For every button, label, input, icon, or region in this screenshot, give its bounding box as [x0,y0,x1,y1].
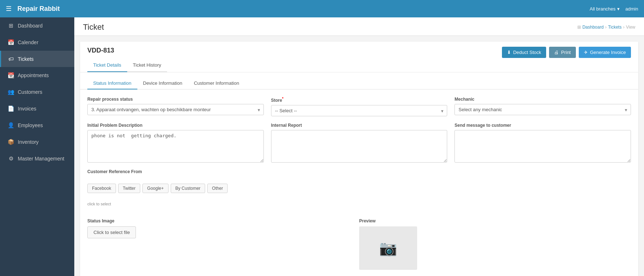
inner-tabs: Status Information Device Information Cu… [80,72,638,89]
store-wrapper: -- Select -- [271,105,448,116]
ticket-card: VDD-813 Ticket Details Ticket History ⬇ … [80,42,638,276]
hamburger-icon[interactable]: ☰ [6,5,12,13]
sidebar-label-customers: Customers [18,89,42,95]
breadcrumb: ⊞ Dashboard › Tickets › View [577,25,635,30]
sidebar-item-invoices[interactable]: 📄Invoices [0,100,74,117]
appointments-icon: 📆 [8,72,14,79]
sidebar-label-tickets: Tickets [18,56,34,62]
ref-googleplus[interactable]: Google+ [142,184,169,193]
page-title-row: Ticket ⊞ Dashboard › Tickets › View [83,22,635,32]
sidebar-item-employees[interactable]: 👤Employees [0,117,74,134]
click-to-select-hint: click to select [87,202,631,206]
status-image-col: Status Image Click to select file [87,218,359,238]
camera-icon: 📷 [379,240,397,257]
form-row-1: Repair process status 1. Ticket aangemaa… [87,97,631,116]
invoice-icon: ✈ [584,50,588,55]
sidebar-label-master: Master Management [18,156,64,162]
breadcrumb-icon: ⊞ [577,25,581,30]
ref-other[interactable]: Other [207,184,228,193]
brand-logo: Repair Rabbit [17,5,60,13]
send-message-textarea[interactable] [454,130,631,163]
inner-tab-status[interactable]: Status Information [87,78,137,89]
repair-status-label: Repair process status [87,97,264,102]
form-row-3: Customer Reference From Facebook Twitter… [87,169,631,206]
store-select[interactable]: -- Select -- [271,105,448,116]
status-image-label: Status Image [87,218,359,223]
repair-status-col: Repair process status 1. Ticket aangemaa… [87,97,264,116]
layout: ⊞Dashboard📅Calender🏷Tickets📆Appointments… [0,17,644,276]
repair-status-select[interactable]: 1. Ticket aangemaakt2. Apparaat onderweg… [87,104,264,115]
tab-ticket-details[interactable]: Ticket Details [87,59,127,72]
master-icon: ⚙ [8,155,14,162]
sidebar-item-master[interactable]: ⚙Master Management [0,150,74,167]
customer-ref-buttons: Facebook Twitter Google+ By Customer Oth… [87,184,631,193]
store-col: Store* -- Select -- [271,97,448,116]
breadcrumb-tickets[interactable]: Tickets [608,25,622,30]
form-row-2: Initial Problem Description phone is not… [87,123,631,163]
inner-tab-customer[interactable]: Customer Information [188,78,245,89]
send-message-label: Send message to customer [454,123,631,128]
form-area: Repair process status 1. Ticket aangemaa… [80,89,638,218]
print-button[interactable]: 🖨 Print [549,47,576,58]
customers-icon: 👥 [8,89,14,95]
preview-col: Preview 📷 [359,218,631,270]
breadcrumb-view: View [626,25,635,30]
sidebar-item-appointments[interactable]: 📆Appointments [0,67,74,84]
ref-twitter[interactable]: Twitter [118,184,140,193]
sidebar-label-calender: Calender [18,39,38,45]
sidebar-label-dashboard: Dashboard [18,23,43,29]
sidebar-item-tickets[interactable]: 🏷Tickets [0,51,74,67]
internal-report-textarea[interactable] [271,130,448,163]
initial-problem-col: Initial Problem Description phone is not… [87,123,264,163]
sidebar-item-customers[interactable]: 👥Customers [0,84,74,100]
mechanic-wrapper: Select any mechanic [454,104,631,115]
file-select-button[interactable]: Click to select file [87,226,136,238]
initial-problem-textarea[interactable]: phone is not getting charged. [87,130,264,163]
ticket-card-header: VDD-813 Ticket Details Ticket History ⬇ … [80,42,638,72]
employees-icon: 👤 [8,122,14,129]
sidebar-label-inventory: Inventory [18,139,39,145]
customer-ref-label: Customer Reference From [87,169,631,174]
initial-problem-label: Initial Problem Description [87,123,264,128]
mechanic-label: Mechanic [454,97,631,102]
topbar: ☰ Repair Rabbit All branches ▾ admin [0,0,644,17]
ref-facebook[interactable]: Facebook [87,184,116,193]
sidebar-item-dashboard[interactable]: ⊞Dashboard [0,17,74,34]
breadcrumb-dashboard[interactable]: Dashboard [582,25,604,30]
tab-ticket-history[interactable]: Ticket History [127,59,167,72]
store-label: Store* [271,97,448,103]
generate-invoice-button[interactable]: ✈ Generate Invoice [579,47,631,58]
internal-report-label: Internal Report [271,123,448,128]
send-message-col: Send message to customer [454,123,631,163]
deduct-stock-button[interactable]: ⬇ Deduct Stock [502,47,546,58]
page-title: Ticket [83,22,104,32]
branches-dropdown[interactable]: All branches ▾ [590,6,620,12]
status-image-section: Status Image Click to select file Previe… [80,218,638,276]
page-header: Ticket ⊞ Dashboard › Tickets › View [74,17,644,36]
inner-tab-device[interactable]: Device Information [137,78,188,89]
mechanic-col: Mechanic Select any mechanic [454,97,631,116]
mechanic-select[interactable]: Select any mechanic [454,104,631,115]
sidebar-label-appointments: Appointments [18,72,49,78]
sidebar-item-inventory[interactable]: 📦Inventory [0,134,74,150]
branches-chevron-icon: ▾ [617,6,620,12]
ticket-actions: ⬇ Deduct Stock 🖨 Print ✈ Generate Invoic… [502,47,631,61]
preview-label: Preview [359,218,631,223]
dashboard-icon: ⊞ [8,22,14,29]
sidebar: ⊞Dashboard📅Calender🏷Tickets📆Appointments… [0,17,74,276]
sidebar-item-calender[interactable]: 📅Calender [0,34,74,51]
ticket-tabs: Ticket Details Ticket History [87,59,167,72]
main-content: Ticket ⊞ Dashboard › Tickets › View VDD-… [74,17,644,276]
tickets-icon: 🏷 [8,56,14,62]
preview-box: 📷 [359,226,417,270]
ref-bycustomer[interactable]: By Customer [171,184,205,193]
sidebar-label-invoices: Invoices [18,106,36,112]
status-image-row: Status Image Click to select file Previe… [87,218,631,270]
inventory-icon: 📦 [8,139,14,145]
ticket-id: VDD-813 [87,47,167,56]
invoices-icon: 📄 [8,105,14,112]
deduct-stock-icon: ⬇ [507,50,511,55]
topbar-right: All branches ▾ admin [590,6,638,12]
sidebar-label-employees: Employees [18,122,43,128]
admin-menu[interactable]: admin [626,6,638,12]
